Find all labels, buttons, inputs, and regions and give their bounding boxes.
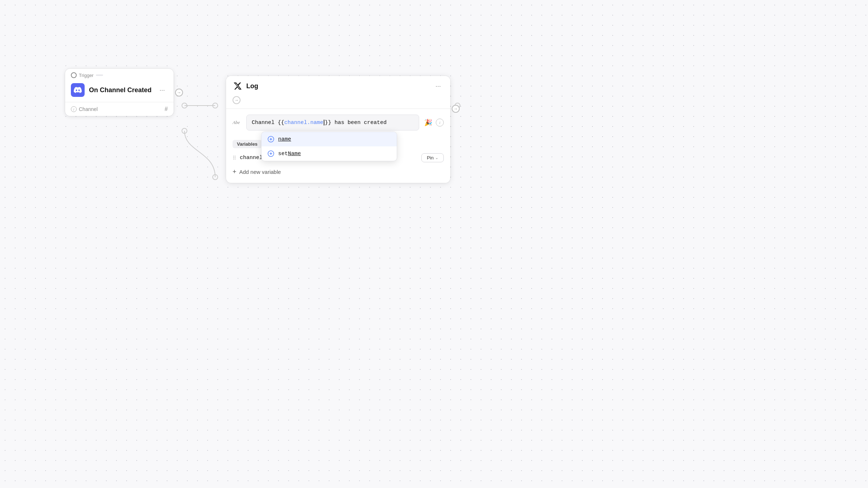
chevron-down-icon: ⌄ bbox=[435, 155, 438, 160]
variable-left: ⠿ channel bbox=[233, 155, 263, 161]
emoji-button[interactable]: 🎉 bbox=[424, 119, 432, 127]
trigger-right-arrow: → bbox=[175, 89, 183, 97]
pin-button[interactable]: Pin ⌄ bbox=[421, 153, 444, 162]
autocomplete-icon-name bbox=[267, 136, 275, 143]
log-title-group: Log bbox=[233, 81, 258, 91]
hash-icon: # bbox=[165, 106, 168, 112]
log-text-input[interactable]: Channel {{ channel.name }} has been crea… bbox=[246, 115, 419, 130]
info-icon: i bbox=[71, 106, 77, 112]
log-right-arrow: → bbox=[452, 105, 460, 113]
variable-name: channel bbox=[240, 155, 263, 161]
trigger-badge bbox=[96, 74, 103, 76]
trigger-title: On Channel Created bbox=[89, 86, 152, 94]
trigger-more-button[interactable]: ··· bbox=[157, 85, 168, 95]
x-logo-icon bbox=[233, 81, 243, 91]
trigger-label: Trigger bbox=[79, 73, 94, 78]
log-more-button[interactable]: ··· bbox=[433, 81, 444, 91]
svg-point-0 bbox=[182, 103, 187, 108]
trigger-footer-left: i Channel bbox=[71, 106, 98, 112]
input-text-prefix: Channel {{ bbox=[252, 120, 284, 126]
discord-icon bbox=[71, 83, 85, 97]
svg-point-4 bbox=[213, 175, 218, 180]
drag-handle-icon[interactable]: ⠿ bbox=[233, 155, 236, 161]
input-text-suffix: }} has been created bbox=[325, 120, 387, 126]
svg-point-2 bbox=[213, 103, 218, 108]
abe-label: Abe bbox=[233, 120, 243, 125]
log-arrow-row: → bbox=[226, 95, 450, 108]
log-input-row: Abe Channel {{ channel.name }} has been … bbox=[233, 115, 444, 130]
pin-label: Pin bbox=[427, 155, 434, 160]
text-cursor bbox=[324, 120, 324, 125]
autocomplete-item-setname[interactable]: setName bbox=[261, 146, 397, 161]
autocomplete-dropdown: name setName bbox=[261, 132, 397, 161]
log-input-arrow: → bbox=[233, 96, 241, 104]
log-title: Log bbox=[246, 82, 258, 90]
trigger-title-group: On Channel Created bbox=[71, 83, 152, 97]
autocomplete-icon-setname bbox=[267, 150, 275, 157]
autocomplete-setname-label: setName bbox=[278, 151, 301, 157]
add-variable-label: Add new variable bbox=[239, 169, 281, 175]
trigger-main-row: On Channel Created ··· bbox=[65, 81, 174, 102]
input-info-button[interactable]: i bbox=[436, 119, 444, 127]
log-content: Abe Channel {{ channel.name }} has been … bbox=[226, 109, 450, 136]
variables-label: Variables bbox=[233, 140, 262, 148]
add-icon: + bbox=[233, 168, 237, 176]
input-text-variable: channel.name bbox=[284, 120, 323, 126]
add-variable-row[interactable]: + Add new variable bbox=[233, 164, 444, 178]
trigger-card: Trigger On Channel Created ··· i Channel… bbox=[65, 69, 174, 116]
autocomplete-item-name[interactable]: name bbox=[261, 132, 397, 146]
svg-point-3 bbox=[182, 128, 187, 133]
log-card: Log ··· → Abe Channel {{ channel.name }}… bbox=[226, 76, 450, 183]
trigger-arrow-circle: → bbox=[175, 89, 183, 97]
log-header: Log ··· bbox=[226, 76, 450, 95]
autocomplete-name-label: name bbox=[278, 136, 291, 142]
channel-label: Channel bbox=[79, 106, 98, 112]
trigger-footer: i Channel # bbox=[65, 102, 174, 116]
trigger-label-row: Trigger bbox=[65, 69, 174, 81]
log-arrow-circle: → bbox=[452, 105, 460, 113]
trigger-circle-icon bbox=[71, 72, 77, 78]
